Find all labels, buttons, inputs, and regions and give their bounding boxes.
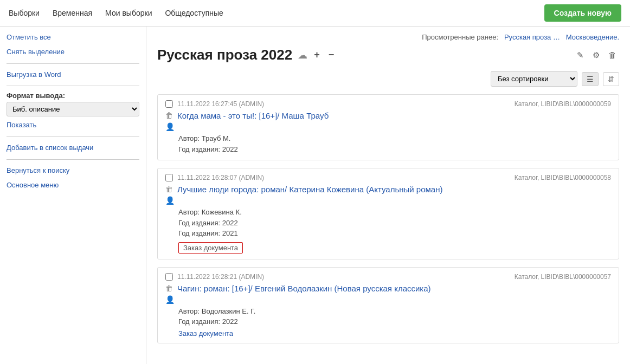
record-1-title-row: 🗑 Лучшие люди города: роман/ Катерина Ко… <box>165 185 611 194</box>
record-2-catalog: Каталог, LIBID\BIBL\0000000057 <box>515 273 611 281</box>
sort-select[interactable]: Без сортировки По названию По автору По … <box>491 71 577 87</box>
record-2-order-link[interactable]: Заказ документа <box>178 329 233 337</box>
collection-title-row: Русская проза 2022 ☁ + − <box>157 47 336 63</box>
sidebar: Отметить все Снять выделение Выгрузка в … <box>0 27 146 364</box>
record-1-title-link[interactable]: Лучшие люди города: роман/ Катерина Коже… <box>177 185 442 194</box>
record-0-title-link[interactable]: Когда мама - это ты!: [16+]/ Маша Трауб <box>177 111 329 120</box>
add-to-list-link[interactable]: Добавить в список выдачи <box>7 142 139 154</box>
cloud-icon: ☁ <box>298 49 307 61</box>
format-label: Формат вывода: Биб. описание Полное опис… <box>7 92 139 116</box>
record-2-header-left: 11.11.2022 16:28:21 (ADMIN) <box>165 273 264 281</box>
sidebar-divider-2 <box>7 86 139 86</box>
record-0-year: Год издания: 2022 <box>178 144 611 155</box>
record-1-detail: Автор: Кожевина К. Год издания: 2022 Год… <box>178 207 611 239</box>
remove-from-collection-button[interactable]: − <box>326 48 337 62</box>
previously-viewed-link-0[interactable]: Русская проза … <box>504 33 560 41</box>
record-2-person-row: 👤 <box>165 295 611 304</box>
record-1-meta: 11.11.2022 16:28:07 (ADMIN) <box>177 174 264 181</box>
format-label-text: Формат вывода: <box>7 92 65 100</box>
record-0-user-icon: 👤 <box>165 122 175 131</box>
sidebar-divider-3 <box>7 136 139 137</box>
record-2-author: Автор: Водолазкин Е. Г. <box>178 306 611 317</box>
previously-viewed-bar: Просмотренные ранее: Русская проза … Мос… <box>157 33 619 41</box>
record-1-author: Автор: Кожевина К. <box>178 207 611 218</box>
sort-bar: Без сортировки По названию По автору По … <box>157 71 619 87</box>
collection-title: Русская проза 2022 <box>157 47 292 63</box>
record-0-person-row: 👤 <box>165 122 611 131</box>
record-2-year: Год издания: 2022 <box>178 316 611 327</box>
export-word-link[interactable]: Выгрузка в Word <box>7 69 139 81</box>
record-0-delete-icon[interactable]: 🗑 <box>165 111 173 120</box>
sort-asc-button[interactable]: ☰ <box>582 72 599 86</box>
sidebar-divider-4 <box>7 159 139 160</box>
record-2-user-icon: 👤 <box>165 295 175 304</box>
record-1-year2: Год издания: 2021 <box>178 228 611 239</box>
record-2-header: 11.11.2022 16:28:21 (ADMIN) Каталог, LIB… <box>165 273 611 281</box>
record-1-year: Год издания: 2022 <box>178 218 611 229</box>
back-to-search-link[interactable]: Вернуться к поиску <box>7 165 139 177</box>
record-2-detail: Автор: Водолазкин Е. Г. Год издания: 202… <box>178 306 611 327</box>
record-2-title-link[interactable]: Чагин: роман: [16+]/ Евгений Водолазкин … <box>177 284 431 293</box>
add-to-collection-button[interactable]: + <box>312 48 322 62</box>
format-select[interactable]: Биб. описание Полное описание Краткое оп… <box>7 102 139 116</box>
main-menu-link[interactable]: Основное меню <box>7 180 139 191</box>
record-0-checkbox[interactable] <box>165 100 173 108</box>
record-0: 11.11.2022 16:27:45 (ADMIN) Каталог, LIB… <box>157 94 619 160</box>
record-0-author: Автор: Трауб М. <box>178 133 611 144</box>
sort-desc-button[interactable]: ⇵ <box>603 72 619 86</box>
deselect-link[interactable]: Снять выделение <box>7 47 139 58</box>
show-link[interactable]: Показать <box>7 120 139 131</box>
record-1-order-link[interactable]: Заказ документа <box>178 242 243 253</box>
record-2-meta: 11.11.2022 16:28:21 (ADMIN) <box>177 273 264 281</box>
record-1-user-icon: 👤 <box>165 196 175 205</box>
record-0-header-left: 11.11.2022 16:27:45 (ADMIN) <box>165 100 264 108</box>
record-1-header-left: 11.11.2022 16:28:07 (ADMIN) <box>165 174 264 181</box>
tab-moi[interactable]: Мои выборки <box>105 6 152 20</box>
delete-collection-button[interactable]: 🗑 <box>606 49 619 61</box>
record-1: 11.11.2022 16:28:07 (ADMIN) Каталог, LIB… <box>157 168 619 259</box>
nav-tabs: Выборки Временная Мои выборки Общедоступ… <box>9 6 223 20</box>
record-2-title-row: 🗑 Чагин: роман: [16+]/ Евгений Водолазки… <box>165 284 611 293</box>
tab-vremennaya[interactable]: Временная <box>53 6 92 20</box>
record-1-checkbox[interactable] <box>165 174 173 181</box>
tab-vyborki[interactable]: Выборки <box>9 6 40 20</box>
main-content: Просмотренные ранее: Русская проза … Мос… <box>146 27 630 364</box>
record-2-checkbox[interactable] <box>165 273 173 281</box>
record-0-title-row: 🗑 Когда мама - это ты!: [16+]/ Маша Трау… <box>165 111 611 120</box>
settings-collection-button[interactable]: ⚙ <box>590 49 602 62</box>
record-1-header: 11.11.2022 16:28:07 (ADMIN) Каталог, LIB… <box>165 174 611 181</box>
create-new-button[interactable]: Создать новую <box>544 4 621 22</box>
record-0-detail: Автор: Трауб М. Год издания: 2022 <box>178 133 611 154</box>
record-0-header: 11.11.2022 16:27:45 (ADMIN) Каталог, LIB… <box>165 100 611 108</box>
record-1-delete-icon[interactable]: 🗑 <box>165 185 173 193</box>
record-0-catalog: Каталог, LIBID\BIBL\0000000059 <box>515 100 611 108</box>
record-1-person-row: 👤 <box>165 196 611 205</box>
tab-obshie[interactable]: Общедоступные <box>165 6 223 20</box>
record-1-catalog: Каталог, LIBID\BIBL\0000000058 <box>515 174 611 181</box>
edit-collection-button[interactable]: ✎ <box>574 49 587 62</box>
collection-header: Русская проза 2022 ☁ + − ✎ ⚙ 🗑 <box>157 47 619 63</box>
select-all-link[interactable]: Отметить все <box>7 32 139 43</box>
record-0-meta: 11.11.2022 16:27:45 (ADMIN) <box>177 100 264 108</box>
collection-action-buttons: ✎ ⚙ 🗑 <box>574 49 619 62</box>
collection-icons: ☁ + − <box>298 48 336 62</box>
record-2-delete-icon[interactable]: 🗑 <box>165 284 173 292</box>
sidebar-divider-1 <box>7 63 139 64</box>
previously-viewed-link-1[interactable]: Москвоведение. <box>566 33 619 41</box>
record-2: 11.11.2022 16:28:21 (ADMIN) Каталог, LIB… <box>157 267 619 343</box>
top-navigation: Выборки Временная Мои выборки Общедоступ… <box>0 0 630 27</box>
previously-viewed-label: Просмотренные ранее: <box>422 33 498 41</box>
main-layout: Отметить все Снять выделение Выгрузка в … <box>0 27 630 364</box>
